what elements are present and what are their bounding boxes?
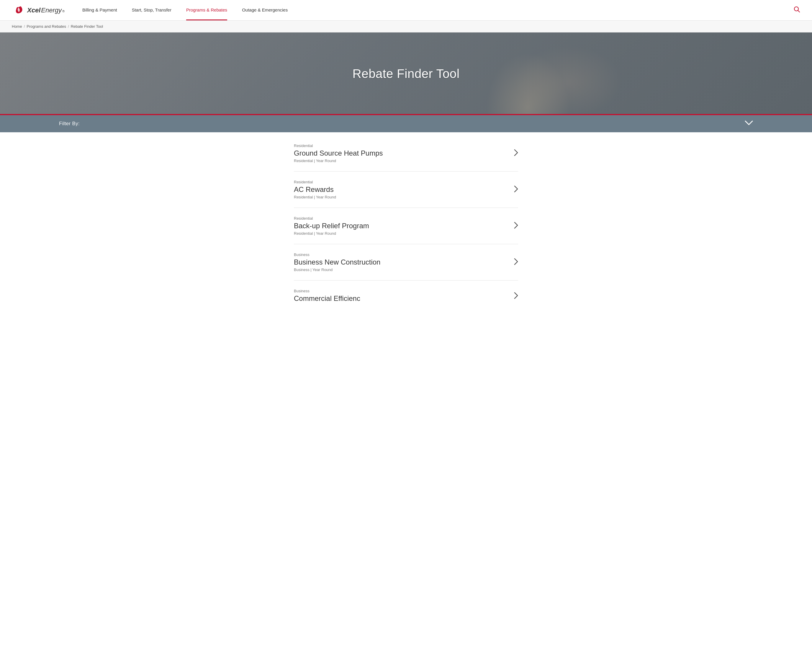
result-item-2[interactable]: Residential AC Rewards Residential | Yea…	[294, 171, 518, 208]
nav-outage[interactable]: Outage & Emergencies	[242, 0, 288, 21]
result-category-1: Residential	[294, 144, 508, 148]
result-item-3[interactable]: Residential Back-up Relief Program Resid…	[294, 208, 518, 244]
result-content-4: Business Business New Construction Busin…	[294, 253, 508, 272]
search-button[interactable]	[794, 6, 800, 14]
chevron-right-icon-5	[514, 292, 518, 301]
result-meta-4: Business | Year Round	[294, 267, 508, 272]
main-nav: Billing & Payment Start, Stop, Transfer …	[82, 0, 794, 21]
chevron-down-icon	[745, 120, 753, 127]
result-title-4: Business New Construction	[294, 258, 508, 266]
svg-line-2	[798, 10, 800, 12]
filter-label: Filter By:	[59, 121, 80, 127]
result-content-2: Residential AC Rewards Residential | Yea…	[294, 180, 508, 199]
breadcrumb-home[interactable]: Home	[12, 24, 22, 29]
result-content-3: Residential Back-up Relief Program Resid…	[294, 216, 508, 236]
search-icon	[794, 6, 800, 13]
result-category-2: Residential	[294, 180, 508, 184]
nav-programs[interactable]: Programs & Rebates	[186, 0, 227, 21]
results-list: Residential Ground Source Heat Pumps Res…	[288, 135, 524, 304]
logo-xcel: Xcel	[27, 7, 41, 14]
hero-red-line	[0, 114, 812, 115]
result-title-1: Ground Source Heat Pumps	[294, 149, 508, 157]
hero-section: Rebate Finder Tool	[0, 32, 812, 115]
chevron-right-icon-3	[514, 222, 518, 230]
logo-link[interactable]: Xcel Energy ®	[12, 4, 65, 17]
result-title-2: AC Rewards	[294, 185, 508, 194]
breadcrumb-sep-2: /	[68, 24, 69, 29]
breadcrumb: Home / Programs and Rebates / Rebate Fin…	[0, 21, 812, 32]
logo-energy-word: Energy	[41, 7, 61, 14]
page-title: Rebate Finder Tool	[352, 67, 459, 81]
result-meta-2: Residential | Year Round	[294, 195, 508, 199]
result-category-5: Business	[294, 289, 508, 293]
nav-billing[interactable]: Billing & Payment	[82, 0, 117, 21]
result-item-1[interactable]: Residential Ground Source Heat Pumps Res…	[294, 135, 518, 171]
chevron-right-icon-1	[514, 149, 518, 158]
result-category-3: Residential	[294, 216, 508, 221]
nav-start-stop[interactable]: Start, Stop, Transfer	[132, 0, 171, 21]
result-item-5[interactable]: Business Commercial Efficienc	[294, 280, 518, 304]
xcel-logo-icon	[12, 4, 25, 17]
logo-registered: ®	[62, 10, 65, 13]
result-title-5: Commercial Efficienc	[294, 294, 508, 303]
breadcrumb-programs[interactable]: Programs and Rebates	[27, 24, 66, 29]
filter-bar[interactable]: Filter By:	[0, 115, 812, 132]
result-item-4[interactable]: Business Business New Construction Busin…	[294, 244, 518, 280]
result-meta-3: Residential | Year Round	[294, 231, 508, 236]
result-category-4: Business	[294, 253, 508, 257]
breadcrumb-current: Rebate Finder Tool	[71, 24, 103, 29]
main-header: Xcel Energy ® Billing & Payment Start, S…	[0, 0, 812, 21]
breadcrumb-sep-1: /	[24, 24, 25, 29]
result-content-5: Business Commercial Efficienc	[294, 289, 508, 304]
logo-text: Xcel Energy ®	[27, 7, 65, 14]
result-meta-1: Residential | Year Round	[294, 159, 508, 163]
result-content-1: Residential Ground Source Heat Pumps Res…	[294, 144, 508, 163]
chevron-right-icon-2	[514, 185, 518, 194]
chevron-right-icon-4	[514, 258, 518, 267]
result-title-3: Back-up Relief Program	[294, 222, 508, 230]
